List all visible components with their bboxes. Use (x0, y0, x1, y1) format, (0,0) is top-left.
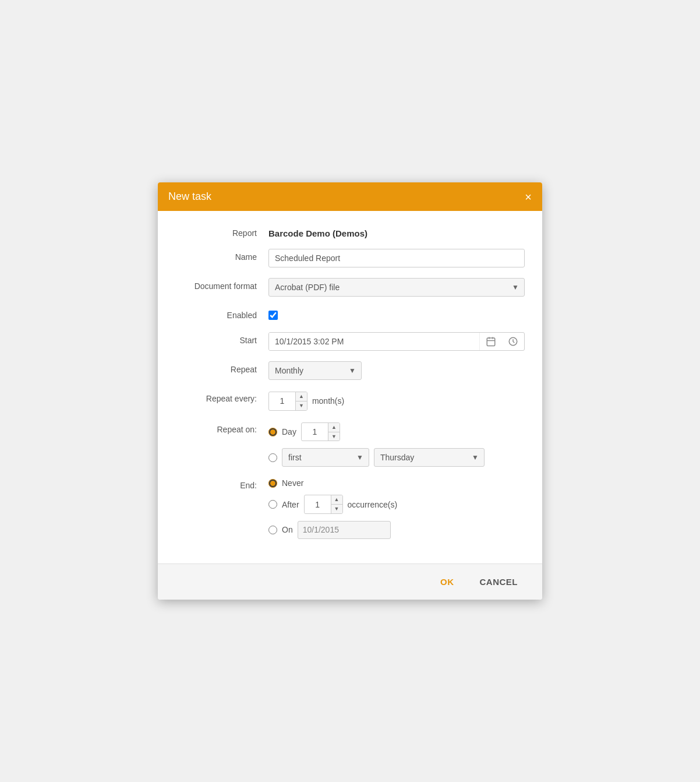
report-field: Barcode Demo (Demos) (268, 225, 525, 238)
end-after-row: After ▲ ▼ occurrence(s) (268, 495, 525, 514)
first-select[interactable]: first second third fourth last (282, 448, 369, 467)
dialog-header: New task × (158, 182, 542, 211)
repeat-select-wrapper: Daily Weekly Monthly Yearly ▼ (268, 361, 362, 380)
repeat-every-row: Repeat every: ▲ ▼ month(s) (175, 390, 525, 411)
end-row: End: Never After ▲ (175, 477, 525, 539)
dialog-title: New task (168, 191, 211, 203)
name-field (268, 249, 525, 267)
name-label: Name (175, 249, 268, 262)
calendar-icon[interactable] (480, 333, 502, 350)
repeat-every-up-btn[interactable]: ▲ (296, 392, 307, 401)
name-input[interactable] (268, 249, 525, 267)
repeat-row: Repeat Daily Weekly Monthly Yearly ▼ (175, 361, 525, 380)
repeat-every-field: ▲ ▼ month(s) (268, 390, 525, 411)
end-after-up-btn[interactable]: ▲ (331, 495, 342, 504)
start-icons (479, 333, 524, 350)
repeat-on-day-up-btn[interactable]: ▲ (328, 423, 340, 432)
report-value: Barcode Demo (Demos) (268, 225, 525, 238)
start-date-input[interactable] (269, 333, 479, 350)
end-after-input[interactable] (305, 496, 331, 513)
repeat-on-weekday-row: first second third fourth last ▼ Sunday (268, 448, 525, 467)
name-row: Name (175, 249, 525, 267)
report-label: Report (175, 225, 268, 238)
end-never-row: Never (268, 478, 525, 488)
end-on-label: On (282, 525, 293, 534)
end-label: End: (175, 477, 268, 490)
repeat-field: Daily Weekly Monthly Yearly ▼ (268, 361, 525, 380)
repeat-every-unit: month(s) (312, 396, 344, 406)
document-format-row: Document format Acrobat (PDF) file Excel… (175, 278, 525, 297)
clock-icon[interactable] (502, 333, 524, 350)
end-after-spinner: ▲ ▼ (304, 495, 343, 514)
dialog-footer: OK CANCEL (158, 563, 542, 600)
repeat-on-label: Repeat on: (175, 421, 268, 434)
close-button[interactable]: × (525, 191, 532, 203)
end-on-date-input[interactable] (298, 522, 391, 538)
new-task-dialog: New task × Report Barcode Demo (Demos) N… (158, 182, 542, 600)
repeat-on-weekday-radio[interactable] (268, 453, 277, 462)
repeat-every-label: Repeat every: (175, 390, 268, 403)
repeat-on-day-radio[interactable] (268, 428, 277, 436)
repeat-on-day-label: Day (282, 427, 296, 436)
document-format-field: Acrobat (PDF) file Excel Word HTML ▼ (268, 278, 525, 297)
repeat-every-spinner: ▲ ▼ (268, 392, 307, 411)
document-format-label: Document format (175, 278, 268, 291)
svg-rect-0 (487, 338, 495, 346)
repeat-every-controls: ▲ ▼ month(s) (268, 390, 525, 411)
document-format-select[interactable]: Acrobat (PDF) file Excel Word HTML (268, 278, 525, 297)
enabled-label: Enabled (175, 307, 268, 320)
repeat-on-day-spinner: ▲ ▼ (301, 422, 340, 442)
end-after-radio[interactable] (268, 500, 277, 509)
start-date-field (268, 332, 525, 351)
end-on-row: On (268, 521, 525, 539)
enabled-row: Enabled (175, 307, 525, 322)
end-field: Never After ▲ ▼ occurrence( (268, 477, 525, 539)
end-after-spinner-btns: ▲ ▼ (331, 495, 342, 513)
report-row: Report Barcode Demo (Demos) (175, 225, 525, 238)
dialog-body: Report Barcode Demo (Demos) Name Documen… (158, 211, 542, 563)
repeat-on-day-row: Day ▲ ▼ (268, 422, 525, 442)
start-row: Start (175, 332, 525, 351)
document-format-wrapper: Acrobat (PDF) file Excel Word HTML ▼ (268, 278, 525, 297)
start-label: Start (175, 332, 268, 345)
end-after-unit: occurrence(s) (348, 500, 398, 509)
end-section: Never After ▲ ▼ occurrence( (268, 477, 525, 539)
thursday-select[interactable]: Sunday Monday Tuesday Wednesday Thursday… (374, 448, 485, 467)
first-select-wrapper: first second third fourth last ▼ (282, 448, 369, 467)
cancel-button[interactable]: CANCEL (469, 572, 529, 591)
thursday-select-wrapper: Sunday Monday Tuesday Wednesday Thursday… (374, 448, 485, 467)
repeat-every-input[interactable] (269, 393, 295, 409)
repeat-select[interactable]: Daily Weekly Monthly Yearly (268, 361, 362, 380)
repeat-on-day-input[interactable] (302, 424, 328, 440)
repeat-every-spinner-btns: ▲ ▼ (295, 392, 307, 410)
end-never-radio[interactable] (268, 479, 277, 488)
end-on-radio[interactable] (268, 526, 277, 534)
end-after-label: After (282, 500, 299, 509)
enabled-field (268, 307, 525, 322)
repeat-on-day-spinner-btns: ▲ ▼ (328, 423, 340, 441)
start-field (268, 332, 525, 351)
end-never-label: Never (282, 478, 303, 488)
repeat-on-field: Day ▲ ▼ (268, 421, 525, 467)
repeat-on-section: Day ▲ ▼ (268, 421, 525, 467)
repeat-on-row: Repeat on: Day ▲ ▼ (175, 421, 525, 467)
repeat-on-day-down-btn[interactable]: ▼ (328, 432, 340, 441)
end-after-down-btn[interactable]: ▼ (331, 504, 342, 513)
ok-button[interactable]: OK (430, 572, 465, 591)
repeat-label: Repeat (175, 361, 268, 374)
end-on-date-field (298, 521, 391, 539)
enabled-checkbox[interactable] (268, 311, 278, 320)
repeat-every-down-btn[interactable]: ▼ (296, 401, 307, 410)
